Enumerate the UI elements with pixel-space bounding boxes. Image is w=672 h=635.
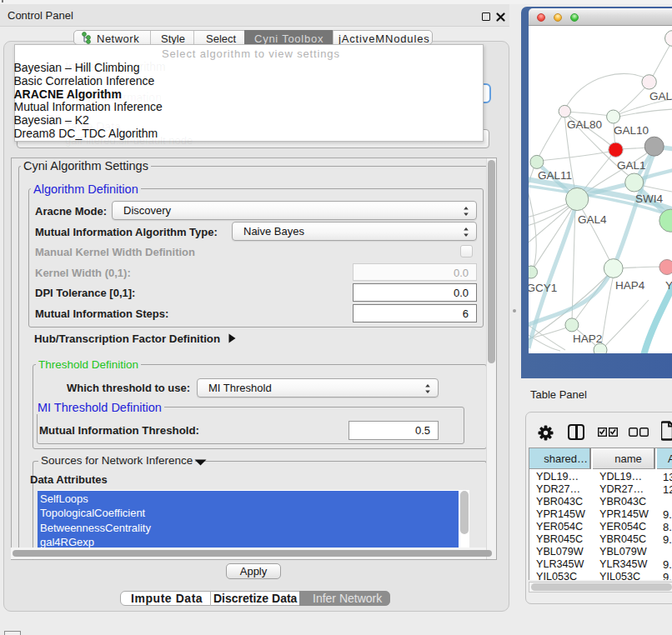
svg-text:HAP4: HAP4 (615, 279, 645, 292)
svg-text:GAL1: GAL1 (617, 159, 646, 172)
svg-text:HAP2: HAP2 (573, 332, 602, 345)
svg-text:SWI4: SWI4 (635, 192, 663, 205)
svg-text:GAL2: GAL2 (649, 90, 672, 102)
svg-text:GCY1: GCY1 (529, 282, 557, 294)
svg-text:GAL4: GAL4 (578, 213, 607, 226)
svg-text:GAL80: GAL80 (567, 118, 602, 131)
svg-text:Y: Y (665, 279, 672, 292)
svg-text:GAL11: GAL11 (538, 169, 572, 182)
svg-text:GAL10: GAL10 (614, 124, 649, 137)
